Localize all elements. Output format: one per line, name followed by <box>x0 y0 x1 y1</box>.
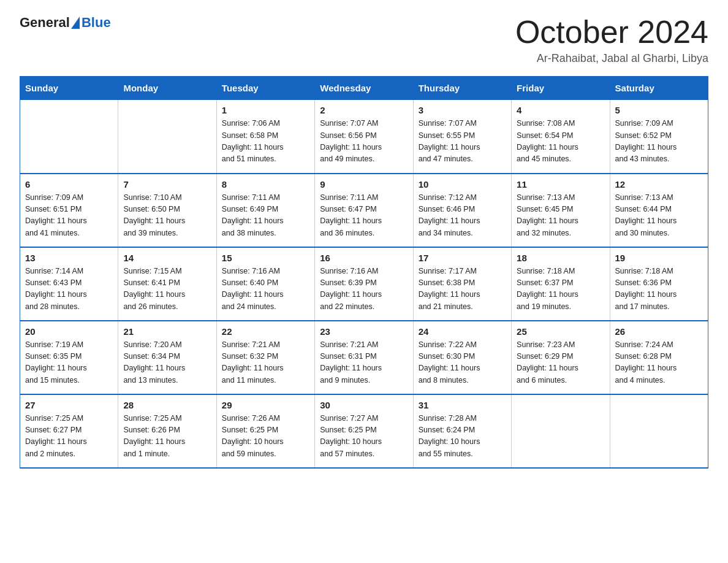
page-title: October 2024 <box>515 15 708 50</box>
day-number: 13 <box>25 253 113 263</box>
day-number: 23 <box>320 326 408 337</box>
calendar-cell <box>512 394 610 468</box>
calendar-cell: 27Sunrise: 7:25 AM Sunset: 6:27 PM Dayli… <box>20 394 118 468</box>
calendar-cell: 8Sunrise: 7:11 AM Sunset: 6:49 PM Daylig… <box>216 174 314 247</box>
day-number: 4 <box>517 105 604 115</box>
calendar-cell: 13Sunrise: 7:14 AM Sunset: 6:43 PM Dayli… <box>20 247 118 321</box>
day-info: Sunrise: 7:21 AM Sunset: 6:31 PM Dayligh… <box>320 339 408 387</box>
calendar-cell: 14Sunrise: 7:15 AM Sunset: 6:41 PM Dayli… <box>118 247 216 321</box>
day-info: Sunrise: 7:18 AM Sunset: 6:37 PM Dayligh… <box>517 266 604 313</box>
day-info: Sunrise: 7:24 AM Sunset: 6:28 PM Dayligh… <box>615 339 703 387</box>
day-info: Sunrise: 7:12 AM Sunset: 6:46 PM Dayligh… <box>419 192 506 240</box>
calendar-cell: 21Sunrise: 7:20 AM Sunset: 6:34 PM Dayli… <box>118 321 216 394</box>
weekday-header-friday: Friday <box>512 77 610 100</box>
title-block: October 2024 Ar-Rahaibat, Jabal al Gharb… <box>515 15 708 65</box>
day-number: 12 <box>615 179 703 190</box>
calendar-week-row: 27Sunrise: 7:25 AM Sunset: 6:27 PM Dayli… <box>20 394 708 468</box>
day-number: 20 <box>25 326 113 337</box>
calendar-cell: 15Sunrise: 7:16 AM Sunset: 6:40 PM Dayli… <box>216 247 314 321</box>
day-info: Sunrise: 7:09 AM Sunset: 6:52 PM Dayligh… <box>615 118 703 166</box>
calendar-cell: 16Sunrise: 7:16 AM Sunset: 6:39 PM Dayli… <box>315 247 413 321</box>
calendar-cell: 31Sunrise: 7:28 AM Sunset: 6:24 PM Dayli… <box>413 394 511 468</box>
calendar-cell: 28Sunrise: 7:25 AM Sunset: 6:26 PM Dayli… <box>118 394 216 468</box>
day-number: 6 <box>25 179 113 190</box>
logo-blue-text: Blue <box>82 15 111 31</box>
day-number: 21 <box>123 326 211 337</box>
day-number: 30 <box>320 400 408 410</box>
day-number: 16 <box>320 253 408 263</box>
calendar-cell: 10Sunrise: 7:12 AM Sunset: 6:46 PM Dayli… <box>413 174 511 247</box>
day-number: 24 <box>419 326 506 337</box>
calendar-cell: 5Sunrise: 7:09 AM Sunset: 6:52 PM Daylig… <box>610 100 708 174</box>
day-info: Sunrise: 7:06 AM Sunset: 6:58 PM Dayligh… <box>222 118 309 166</box>
calendar-week-row: 13Sunrise: 7:14 AM Sunset: 6:43 PM Dayli… <box>20 247 708 321</box>
day-number: 26 <box>615 326 703 337</box>
day-info: Sunrise: 7:16 AM Sunset: 6:40 PM Dayligh… <box>222 266 309 313</box>
day-info: Sunrise: 7:15 AM Sunset: 6:41 PM Dayligh… <box>123 266 211 313</box>
day-number: 29 <box>222 400 309 410</box>
day-number: 9 <box>320 179 408 190</box>
day-number: 28 <box>123 400 211 410</box>
day-info: Sunrise: 7:25 AM Sunset: 6:27 PM Dayligh… <box>25 413 113 461</box>
day-number: 3 <box>419 105 506 115</box>
calendar-cell: 18Sunrise: 7:18 AM Sunset: 6:37 PM Dayli… <box>512 247 610 321</box>
calendar-cell: 25Sunrise: 7:23 AM Sunset: 6:29 PM Dayli… <box>512 321 610 394</box>
day-number: 7 <box>123 179 211 190</box>
calendar-cell: 23Sunrise: 7:21 AM Sunset: 6:31 PM Dayli… <box>315 321 413 394</box>
day-number: 2 <box>320 105 408 115</box>
day-number: 31 <box>419 400 506 410</box>
day-info: Sunrise: 7:18 AM Sunset: 6:36 PM Dayligh… <box>615 266 703 313</box>
logo: General Blue <box>20 15 111 31</box>
calendar-week-row: 20Sunrise: 7:19 AM Sunset: 6:35 PM Dayli… <box>20 321 708 394</box>
day-info: Sunrise: 7:13 AM Sunset: 6:44 PM Dayligh… <box>615 192 703 240</box>
calendar-cell: 7Sunrise: 7:10 AM Sunset: 6:50 PM Daylig… <box>118 174 216 247</box>
day-number: 17 <box>419 253 506 263</box>
day-info: Sunrise: 7:26 AM Sunset: 6:25 PM Dayligh… <box>222 413 309 461</box>
day-info: Sunrise: 7:20 AM Sunset: 6:34 PM Dayligh… <box>123 339 211 387</box>
calendar-cell: 4Sunrise: 7:08 AM Sunset: 6:54 PM Daylig… <box>512 100 610 174</box>
day-info: Sunrise: 7:22 AM Sunset: 6:30 PM Dayligh… <box>419 339 506 387</box>
day-number: 25 <box>517 326 604 337</box>
page-header: General Blue October 2024 Ar-Rahaibat, J… <box>20 15 708 65</box>
day-number: 1 <box>222 105 309 115</box>
day-number: 10 <box>419 179 506 190</box>
calendar-table: SundayMondayTuesdayWednesdayThursdayFrid… <box>20 76 708 469</box>
calendar-cell: 2Sunrise: 7:07 AM Sunset: 6:56 PM Daylig… <box>315 100 413 174</box>
calendar-cell: 24Sunrise: 7:22 AM Sunset: 6:30 PM Dayli… <box>413 321 511 394</box>
calendar-cell <box>118 100 216 174</box>
day-info: Sunrise: 7:27 AM Sunset: 6:25 PM Dayligh… <box>320 413 408 461</box>
day-number: 15 <box>222 253 309 263</box>
calendar-cell: 12Sunrise: 7:13 AM Sunset: 6:44 PM Dayli… <box>610 174 708 247</box>
calendar-cell: 11Sunrise: 7:13 AM Sunset: 6:45 PM Dayli… <box>512 174 610 247</box>
weekday-header-sunday: Sunday <box>20 77 118 100</box>
day-info: Sunrise: 7:23 AM Sunset: 6:29 PM Dayligh… <box>517 339 604 387</box>
calendar-week-row: 6Sunrise: 7:09 AM Sunset: 6:51 PM Daylig… <box>20 174 708 247</box>
page-subtitle: Ar-Rahaibat, Jabal al Gharbi, Libya <box>515 52 708 65</box>
calendar-cell: 29Sunrise: 7:26 AM Sunset: 6:25 PM Dayli… <box>216 394 314 468</box>
day-info: Sunrise: 7:10 AM Sunset: 6:50 PM Dayligh… <box>123 192 211 240</box>
day-number: 27 <box>25 400 113 410</box>
calendar-cell: 22Sunrise: 7:21 AM Sunset: 6:32 PM Dayli… <box>216 321 314 394</box>
weekday-header-tuesday: Tuesday <box>216 77 314 100</box>
calendar-cell: 30Sunrise: 7:27 AM Sunset: 6:25 PM Dayli… <box>315 394 413 468</box>
day-number: 14 <box>123 253 211 263</box>
day-number: 18 <box>517 253 604 263</box>
day-info: Sunrise: 7:08 AM Sunset: 6:54 PM Dayligh… <box>517 118 604 166</box>
day-number: 8 <box>222 179 309 190</box>
weekday-header-row: SundayMondayTuesdayWednesdayThursdayFrid… <box>20 77 708 100</box>
day-info: Sunrise: 7:17 AM Sunset: 6:38 PM Dayligh… <box>419 266 506 313</box>
calendar-cell: 1Sunrise: 7:06 AM Sunset: 6:58 PM Daylig… <box>216 100 314 174</box>
calendar-cell: 6Sunrise: 7:09 AM Sunset: 6:51 PM Daylig… <box>20 174 118 247</box>
calendar-cell: 17Sunrise: 7:17 AM Sunset: 6:38 PM Dayli… <box>413 247 511 321</box>
calendar-cell: 26Sunrise: 7:24 AM Sunset: 6:28 PM Dayli… <box>610 321 708 394</box>
day-info: Sunrise: 7:11 AM Sunset: 6:49 PM Dayligh… <box>222 192 309 240</box>
calendar-cell: 9Sunrise: 7:11 AM Sunset: 6:47 PM Daylig… <box>315 174 413 247</box>
day-info: Sunrise: 7:14 AM Sunset: 6:43 PM Dayligh… <box>25 266 113 313</box>
calendar-cell: 19Sunrise: 7:18 AM Sunset: 6:36 PM Dayli… <box>610 247 708 321</box>
calendar-cell <box>610 394 708 468</box>
weekday-header-saturday: Saturday <box>610 77 708 100</box>
weekday-header-monday: Monday <box>118 77 216 100</box>
day-info: Sunrise: 7:21 AM Sunset: 6:32 PM Dayligh… <box>222 339 309 387</box>
day-info: Sunrise: 7:13 AM Sunset: 6:45 PM Dayligh… <box>517 192 604 240</box>
calendar-cell: 20Sunrise: 7:19 AM Sunset: 6:35 PM Dayli… <box>20 321 118 394</box>
